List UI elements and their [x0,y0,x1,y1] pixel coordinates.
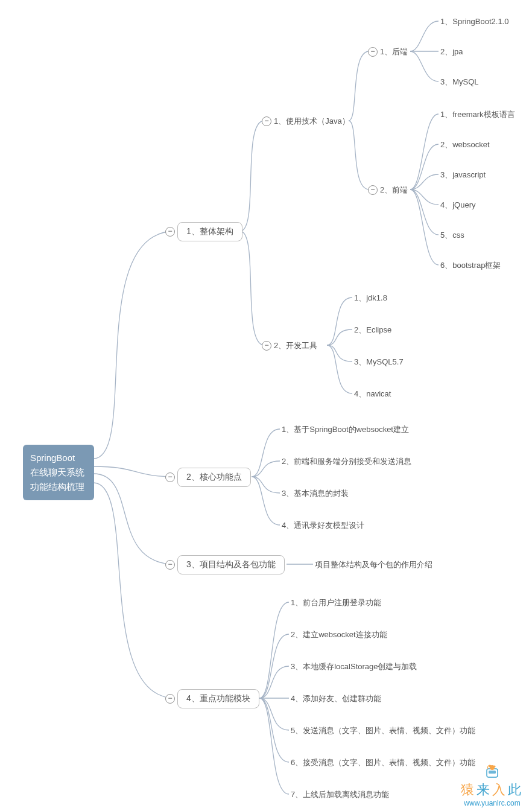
root-line3: 功能结构梳理 [30,480,87,494]
toggle-icon[interactable]: − [165,694,175,704]
leaf-offline-msg: 7、上线后加载离线消息功能 [291,789,389,800]
leaf-send-msg: 5、发送消息（文字、图片、表情、视频、文件）功能 [291,725,475,736]
leaf-send-receive: 2、前端和服务端分别接受和发送消息 [282,456,411,467]
toggle-icon[interactable]: − [165,472,175,482]
node-backend[interactable]: 1、后端 [380,46,408,57]
leaf-jpa: 2、jpa [440,46,463,57]
toggle-icon[interactable]: − [262,116,271,126]
leaf-contact-model: 4、通讯录好友模型设计 [282,520,364,531]
leaf-freemark: 1、freemark模板语言 [440,109,515,120]
toggle-icon[interactable]: − [262,341,271,351]
node-core-features[interactable]: 2、核心功能点 [177,468,251,487]
node-architecture[interactable]: 1、整体架构 [177,222,242,241]
root-line1: SpringBoot [30,451,87,465]
leaf-mysql57: 3、MySQL5.7 [354,357,404,367]
leaf-register-login: 1、前台用户注册登录功能 [291,597,381,608]
leaf-jdk: 1、jdk1.8 [354,293,387,304]
leaf-bootstrap: 6、bootstrap框架 [440,260,501,271]
toggle-icon[interactable]: − [165,227,175,237]
node-key-modules[interactable]: 4、重点功能模块 [177,689,259,708]
leaf-websocket: 2、websocket [440,139,490,150]
leaf-javascript: 3、javascript [440,170,486,180]
toggle-icon[interactable]: − [368,185,378,195]
leaf-mysql: 3、MySQL [440,77,479,87]
svg-rect-1 [489,771,496,774]
monkey-icon [481,763,503,780]
watermark-url: www.yuanlrc.com [461,799,524,807]
node-dev-tools[interactable]: 2、开发工具 [274,340,317,351]
leaf-ws-connect: 2、建立websocket连接功能 [291,629,387,640]
node-frontend[interactable]: 2、前端 [380,185,408,196]
toggle-icon[interactable]: − [165,560,175,570]
leaf-ws-build: 1、基于SpringBoot的websocket建立 [282,424,409,435]
leaf-localstorage: 3、本地缓存localStorage创建与加载 [291,661,417,672]
leaf-navicat: 4、navicat [354,389,391,399]
node-tech-java[interactable]: 1、使用技术（Java） [274,116,350,127]
root-line2: 在线聊天系统 [30,465,87,480]
watermark: 猿来入此 www.yuanlrc.com [461,763,524,807]
svg-point-4 [493,765,495,767]
leaf-add-friend: 4、添加好友、创建群功能 [291,693,381,704]
toggle-icon[interactable]: − [368,47,378,57]
leaf-css: 5、css [440,230,464,241]
leaf-project-structure: 项目整体结构及每个包的作用介绍 [315,559,432,570]
leaf-springboot: 1、SpringBoot2.1.0 [440,16,508,27]
leaf-eclipse: 2、Eclipse [354,325,391,336]
leaf-jquery: 4、jQuery [440,200,476,211]
leaf-recv-msg: 6、接受消息（文字、图片、表情、视频、文件）功能 [291,757,475,768]
root-node[interactable]: SpringBoot 在线聊天系统 功能结构梳理 [23,445,94,500]
node-project-structure[interactable]: 3、项目结构及各包功能 [177,555,285,574]
leaf-msg-wrap: 3、基本消息的封装 [282,488,349,499]
